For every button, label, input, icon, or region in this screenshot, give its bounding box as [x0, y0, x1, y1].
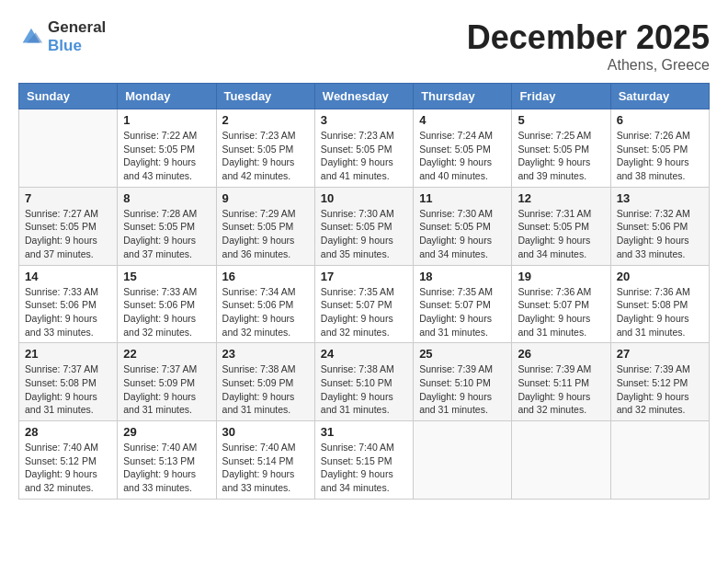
- calendar-day-5: 5Sunrise: 7:25 AM Sunset: 5:05 PM Daylig…: [512, 109, 610, 188]
- day-info: Sunrise: 7:40 AM Sunset: 5:13 PM Dayligh…: [123, 441, 210, 495]
- calendar-week-1: 1Sunrise: 7:22 AM Sunset: 5:05 PM Daylig…: [19, 109, 710, 188]
- calendar-day-10: 10Sunrise: 7:30 AM Sunset: 5:05 PM Dayli…: [314, 187, 413, 265]
- day-header-tuesday: Tuesday: [216, 84, 314, 109]
- logo-general: General: [48, 18, 106, 37]
- day-number: 22: [123, 347, 210, 361]
- day-info: Sunrise: 7:38 AM Sunset: 5:09 PM Dayligh…: [222, 362, 309, 417]
- empty-cell: [512, 421, 610, 500]
- calendar-day-12: 12Sunrise: 7:31 AM Sunset: 5:05 PM Dayli…: [512, 187, 610, 265]
- day-number: 31: [321, 425, 407, 439]
- day-info: Sunrise: 7:36 AM Sunset: 5:08 PM Dayligh…: [617, 285, 703, 339]
- calendar-week-4: 21Sunrise: 7:37 AM Sunset: 5:08 PM Dayli…: [19, 343, 710, 421]
- day-number: 14: [25, 270, 111, 283]
- calendar-day-17: 17Sunrise: 7:35 AM Sunset: 5:07 PM Dayli…: [314, 265, 413, 343]
- day-info: Sunrise: 7:31 AM Sunset: 5:05 PM Dayligh…: [518, 207, 604, 261]
- day-info: Sunrise: 7:28 AM Sunset: 5:05 PM Dayligh…: [123, 207, 210, 261]
- day-info: Sunrise: 7:39 AM Sunset: 5:12 PM Dayligh…: [617, 362, 703, 417]
- day-number: 26: [518, 347, 604, 361]
- day-number: 18: [419, 270, 506, 283]
- day-info: Sunrise: 7:22 AM Sunset: 5:05 PM Dayligh…: [123, 129, 210, 183]
- calendar-week-3: 14Sunrise: 7:33 AM Sunset: 5:06 PM Dayli…: [19, 265, 710, 343]
- calendar-day-30: 30Sunrise: 7:40 AM Sunset: 5:14 PM Dayli…: [216, 421, 314, 500]
- calendar-day-19: 19Sunrise: 7:36 AM Sunset: 5:07 PM Dayli…: [512, 265, 610, 343]
- calendar-day-13: 13Sunrise: 7:32 AM Sunset: 5:06 PM Dayli…: [610, 187, 709, 265]
- calendar-day-2: 2Sunrise: 7:23 AM Sunset: 5:05 PM Daylig…: [216, 109, 314, 188]
- day-info: Sunrise: 7:39 AM Sunset: 5:11 PM Dayligh…: [518, 362, 604, 417]
- day-number: 2: [222, 113, 309, 127]
- day-number: 24: [321, 347, 407, 361]
- day-info: Sunrise: 7:33 AM Sunset: 5:06 PM Dayligh…: [123, 285, 210, 339]
- day-number: 13: [617, 191, 703, 205]
- day-info: Sunrise: 7:33 AM Sunset: 5:06 PM Dayligh…: [25, 285, 111, 339]
- day-number: 12: [518, 191, 604, 205]
- day-info: Sunrise: 7:40 AM Sunset: 5:14 PM Dayligh…: [222, 441, 309, 495]
- calendar-day-11: 11Sunrise: 7:30 AM Sunset: 5:05 PM Dayli…: [414, 187, 512, 265]
- calendar-day-21: 21Sunrise: 7:37 AM Sunset: 5:08 PM Dayli…: [19, 343, 118, 421]
- day-header-monday: Monday: [118, 84, 216, 109]
- day-number: 11: [419, 191, 506, 205]
- day-header-friday: Friday: [512, 84, 610, 109]
- day-number: 1: [123, 113, 210, 127]
- calendar-day-15: 15Sunrise: 7:33 AM Sunset: 5:06 PM Dayli…: [118, 265, 216, 343]
- day-info: Sunrise: 7:29 AM Sunset: 5:05 PM Dayligh…: [222, 207, 309, 261]
- location-label: Athens, Greece: [467, 57, 710, 74]
- calendar-day-28: 28Sunrise: 7:40 AM Sunset: 5:12 PM Dayli…: [19, 421, 118, 500]
- day-header-wednesday: Wednesday: [314, 84, 413, 109]
- day-number: 8: [123, 191, 210, 205]
- logo-icon: [18, 24, 44, 50]
- day-number: 17: [321, 270, 407, 283]
- day-number: 21: [25, 347, 111, 361]
- day-number: 29: [123, 425, 210, 439]
- day-number: 16: [222, 270, 309, 283]
- day-number: 6: [617, 113, 703, 127]
- month-year-title: December 2025: [467, 18, 710, 57]
- calendar-day-8: 8Sunrise: 7:28 AM Sunset: 5:05 PM Daylig…: [118, 187, 216, 265]
- day-info: Sunrise: 7:37 AM Sunset: 5:09 PM Dayligh…: [123, 362, 210, 417]
- day-number: 19: [518, 270, 604, 283]
- calendar-day-18: 18Sunrise: 7:35 AM Sunset: 5:07 PM Dayli…: [414, 265, 512, 343]
- day-header-thursday: Thursday: [414, 84, 512, 109]
- day-info: Sunrise: 7:38 AM Sunset: 5:10 PM Dayligh…: [321, 362, 407, 417]
- calendar-week-2: 7Sunrise: 7:27 AM Sunset: 5:05 PM Daylig…: [19, 187, 710, 265]
- calendar-day-4: 4Sunrise: 7:24 AM Sunset: 5:05 PM Daylig…: [414, 109, 512, 188]
- day-info: Sunrise: 7:39 AM Sunset: 5:10 PM Dayligh…: [419, 362, 506, 417]
- empty-cell: [414, 421, 512, 500]
- logo: General Blue: [18, 18, 106, 55]
- day-info: Sunrise: 7:30 AM Sunset: 5:05 PM Dayligh…: [419, 207, 506, 261]
- calendar-day-9: 9Sunrise: 7:29 AM Sunset: 5:05 PM Daylig…: [216, 187, 314, 265]
- calendar-day-24: 24Sunrise: 7:38 AM Sunset: 5:10 PM Dayli…: [314, 343, 413, 421]
- day-info: Sunrise: 7:32 AM Sunset: 5:06 PM Dayligh…: [617, 207, 703, 261]
- day-number: 30: [222, 425, 309, 439]
- calendar-week-5: 28Sunrise: 7:40 AM Sunset: 5:12 PM Dayli…: [19, 421, 710, 500]
- empty-cell: [19, 109, 118, 188]
- calendar-day-7: 7Sunrise: 7:27 AM Sunset: 5:05 PM Daylig…: [19, 187, 118, 265]
- day-number: 3: [321, 113, 407, 127]
- calendar-header: SundayMondayTuesdayWednesdayThursdayFrid…: [19, 84, 710, 109]
- calendar-day-20: 20Sunrise: 7:36 AM Sunset: 5:08 PM Dayli…: [610, 265, 709, 343]
- calendar-day-3: 3Sunrise: 7:23 AM Sunset: 5:05 PM Daylig…: [314, 109, 413, 188]
- day-info: Sunrise: 7:37 AM Sunset: 5:08 PM Dayligh…: [25, 362, 111, 417]
- day-info: Sunrise: 7:40 AM Sunset: 5:15 PM Dayligh…: [321, 441, 407, 495]
- day-info: Sunrise: 7:40 AM Sunset: 5:12 PM Dayligh…: [25, 441, 111, 495]
- page-header: General Blue December 2025 Athens, Greec…: [18, 18, 710, 74]
- day-number: 7: [25, 191, 111, 205]
- days-of-week-row: SundayMondayTuesdayWednesdayThursdayFrid…: [19, 84, 710, 109]
- day-info: Sunrise: 7:35 AM Sunset: 5:07 PM Dayligh…: [419, 285, 506, 339]
- day-number: 27: [617, 347, 703, 361]
- calendar-body: 1Sunrise: 7:22 AM Sunset: 5:05 PM Daylig…: [19, 109, 710, 500]
- calendar-day-6: 6Sunrise: 7:26 AM Sunset: 5:05 PM Daylig…: [610, 109, 709, 188]
- calendar-day-23: 23Sunrise: 7:38 AM Sunset: 5:09 PM Dayli…: [216, 343, 314, 421]
- day-info: Sunrise: 7:36 AM Sunset: 5:07 PM Dayligh…: [518, 285, 604, 339]
- calendar-table: SundayMondayTuesdayWednesdayThursdayFrid…: [18, 83, 710, 500]
- calendar-day-26: 26Sunrise: 7:39 AM Sunset: 5:11 PM Dayli…: [512, 343, 610, 421]
- day-info: Sunrise: 7:24 AM Sunset: 5:05 PM Dayligh…: [419, 129, 506, 183]
- day-number: 20: [617, 270, 703, 283]
- day-info: Sunrise: 7:23 AM Sunset: 5:05 PM Dayligh…: [321, 129, 407, 183]
- calendar-day-31: 31Sunrise: 7:40 AM Sunset: 5:15 PM Dayli…: [314, 421, 413, 500]
- day-info: Sunrise: 7:34 AM Sunset: 5:06 PM Dayligh…: [222, 285, 309, 339]
- day-info: Sunrise: 7:27 AM Sunset: 5:05 PM Dayligh…: [25, 207, 111, 261]
- calendar-day-16: 16Sunrise: 7:34 AM Sunset: 5:06 PM Dayli…: [216, 265, 314, 343]
- calendar-day-29: 29Sunrise: 7:40 AM Sunset: 5:13 PM Dayli…: [118, 421, 216, 500]
- title-block: December 2025 Athens, Greece: [467, 18, 710, 74]
- calendar-day-27: 27Sunrise: 7:39 AM Sunset: 5:12 PM Dayli…: [610, 343, 709, 421]
